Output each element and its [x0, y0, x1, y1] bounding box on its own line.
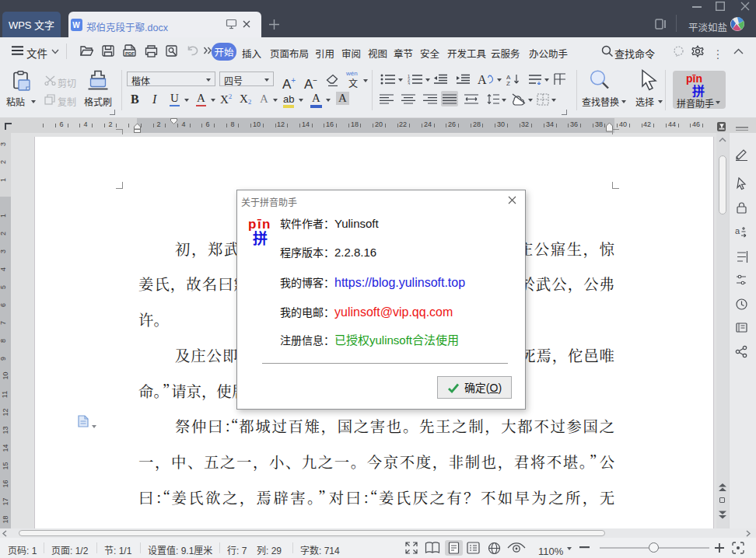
svg-text:Z: Z [506, 80, 510, 85]
svg-text:3: 3 [408, 82, 410, 85]
svg-text:PDF: PDF [125, 51, 135, 56]
svg-text:a: a [735, 226, 740, 235]
